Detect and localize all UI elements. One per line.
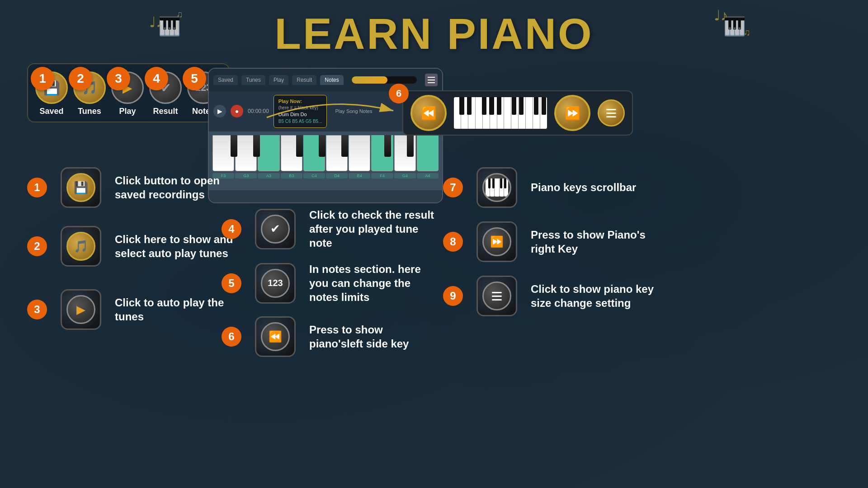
menu-line-3: [428, 82, 435, 83]
white-keys: [212, 135, 439, 171]
deco-piano-2: 🎹: [723, 16, 746, 37]
piano-scrollbar-widget: ⏪ ⏩: [402, 90, 633, 136]
instruction-9-text: Click to show piano key size change sett…: [531, 282, 657, 310]
menu-line-2: [428, 80, 435, 80]
progress-fill: [352, 76, 387, 84]
key-label-e4: E4: [349, 173, 370, 178]
instruction-row-6: 6 ⏪ Press to show piano'sleft side key: [222, 316, 436, 357]
key-label-f4: F4: [371, 173, 393, 178]
badge-2: 2: [69, 67, 92, 90]
scrollbar-icon-circle: [482, 173, 511, 202]
toolbar-item-saved: 1 💾 Saved: [35, 71, 68, 116]
white-key-4[interactable]: [281, 135, 302, 171]
tunes-label: Tunes: [78, 107, 101, 116]
badge-5: 5: [183, 67, 206, 90]
result-icon-circle: ✔: [261, 215, 290, 244]
white-key-5[interactable]: [303, 135, 325, 171]
app-play-btn[interactable]: ▶: [213, 105, 226, 117]
rewind-icon-circle: ⏪: [261, 322, 290, 351]
instruction-row-3: 3 ▶ Click to auto play the tunes: [27, 289, 241, 330]
badge-3: 3: [107, 67, 130, 90]
ff-icon-btn[interactable]: ⏩: [476, 221, 517, 262]
tab-saved[interactable]: Saved: [213, 75, 238, 85]
step-badge-4: 4: [222, 219, 241, 239]
rewind-icon-symbol: ⏪: [269, 330, 282, 343]
settings-line-2: [492, 296, 502, 297]
app-record-btn[interactable]: ●: [231, 105, 243, 117]
key-label-g4: G4: [394, 173, 416, 178]
menu-line-c: [606, 116, 616, 117]
menu-settings-button[interactable]: [598, 99, 625, 127]
instruction-6-text: Press to show piano'sleft side key: [309, 323, 436, 351]
key-label-b3: B3: [281, 173, 302, 178]
instruction-row-9: 9 Click to show piano key size change se…: [443, 276, 657, 316]
toolbar: 1 💾 Saved 2 🎵 Tunes 3 ▶ Play 4 ✔ Result …: [27, 63, 230, 122]
tunes-icon-btn[interactable]: 🎵: [61, 226, 101, 267]
instruction-4-text: Click to check the result after you play…: [309, 208, 436, 250]
badge-6-position: 6: [389, 84, 409, 103]
menu-line-1: [428, 77, 435, 78]
mini-piano-icon: [486, 178, 508, 197]
rewind-icon-btn[interactable]: ⏪: [255, 316, 296, 357]
white-key-7[interactable]: [349, 135, 370, 171]
menu-line-a: [606, 109, 616, 110]
instruction-row-1: 1 💾 Click button to open saved recording…: [27, 167, 241, 208]
white-key-8[interactable]: [371, 135, 393, 171]
white-key-3[interactable]: [258, 135, 279, 171]
step-badge-7: 7: [443, 178, 463, 197]
play-icon-circle: ▶: [66, 295, 95, 324]
badge-4: 4: [145, 67, 168, 90]
deco-piano-1: 🎹: [158, 16, 181, 37]
notes-text: B5 C6 B5 A5 G5 B5...: [278, 118, 322, 125]
toolbar-item-tunes: 2 🎵 Tunes: [73, 71, 106, 116]
white-key-6[interactable]: [326, 135, 348, 171]
play-label: Play: [119, 107, 136, 116]
toolbar-item-play: 3 ▶ Play: [111, 71, 144, 116]
piano-keys-area: F3 G3 A3 B3 C4 D4 E4 F4 G4 A4: [209, 131, 442, 190]
tab-play[interactable]: Play: [269, 75, 288, 85]
badge-1: 1: [31, 67, 54, 90]
saved-icon-btn[interactable]: 💾: [61, 167, 101, 208]
progress-bar: [352, 76, 417, 84]
tunes-icon-symbol: 🎵: [74, 239, 88, 253]
instruction-row-5: 5 123 In notes section. here you can cha…: [222, 262, 436, 305]
rewind-icon: ⏪: [421, 106, 437, 121]
settings-line-1: [492, 292, 502, 293]
result-icon-btn[interactable]: ✔: [255, 209, 296, 249]
white-key-2[interactable]: [235, 135, 257, 171]
settings-icon-circle: [482, 282, 511, 310]
tab-notes[interactable]: Notes: [320, 75, 343, 85]
instruction-row-2: 2 🎵 Click here to show and select auto p…: [27, 226, 241, 267]
saved-label: Saved: [39, 107, 63, 116]
ff-icon-symbol: ⏩: [490, 235, 504, 248]
white-key-1[interactable]: [212, 135, 234, 171]
scrollbar-icon-btn[interactable]: [476, 167, 517, 208]
instruction-row-7: 7 Piano keys scrollbar: [443, 167, 636, 208]
instruction-1-text: Click button to open saved recordings: [115, 174, 241, 202]
piano-app: Saved Tunes Play Result Notes ▶ ● 00:00:…: [208, 68, 443, 203]
rewind-button[interactable]: ⏪: [410, 95, 447, 131]
result-label: Result: [153, 107, 178, 116]
tab-tunes[interactable]: Tunes: [241, 75, 265, 85]
app-menu-button[interactable]: [425, 74, 438, 86]
play-now-label: Play Now:: [278, 98, 322, 105]
app-time: 00:00:00: [248, 108, 269, 114]
section-label: Play Song Notes: [335, 108, 372, 114]
key-label-d4: D4: [326, 173, 348, 178]
fastforward-button[interactable]: ⏩: [554, 95, 590, 131]
tab-result[interactable]: Result: [292, 75, 316, 85]
white-key-9[interactable]: [394, 135, 416, 171]
instruction-5-text: In notes section. here you can change th…: [309, 262, 436, 305]
key-label-c4: C4: [303, 173, 325, 178]
play-icon-btn[interactable]: ▶: [61, 289, 101, 330]
song-name: Dum Dim Do: [278, 111, 322, 118]
play-now-info: Play Now: (here # = black key) Dum Dim D…: [274, 95, 327, 128]
settings-icon-btn[interactable]: [476, 276, 517, 316]
keys-scrollbar-visual[interactable]: [454, 97, 547, 129]
notes-icon-btn[interactable]: 123: [255, 263, 296, 304]
saved-icon-circle: 💾: [66, 173, 95, 202]
step-badge-9: 9: [443, 286, 463, 306]
fastforward-icon: ⏩: [565, 106, 580, 121]
result-icon-symbol: ✔: [270, 222, 280, 236]
white-key-10[interactable]: [417, 135, 439, 171]
